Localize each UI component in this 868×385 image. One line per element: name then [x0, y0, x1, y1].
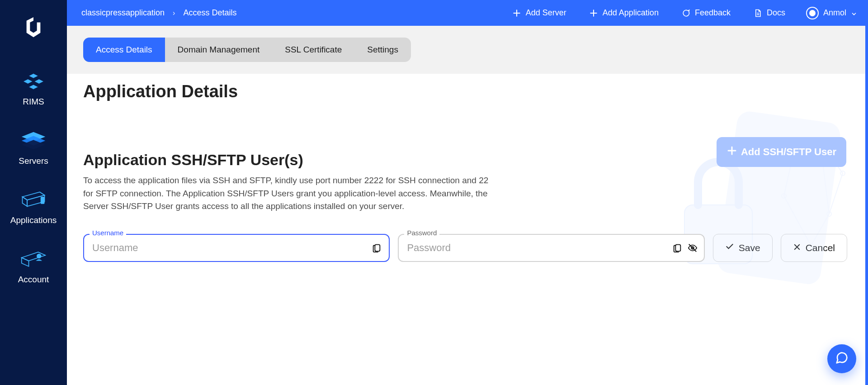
- add-application-label: Add Application: [603, 8, 659, 18]
- tab-settings[interactable]: Settings: [354, 38, 411, 62]
- plus-icon: [589, 9, 598, 18]
- add-server-label: Add Server: [526, 8, 566, 18]
- app-window-icon: [21, 191, 46, 209]
- avatar-icon: [806, 7, 819, 19]
- svg-point-19: [782, 194, 786, 198]
- docs-label: Docs: [767, 8, 785, 18]
- breadcrumb-root[interactable]: classicpressapplication: [81, 8, 165, 18]
- svg-marker-1: [23, 79, 33, 84]
- svg-marker-12: [22, 258, 29, 266]
- plus-icon: [512, 9, 521, 18]
- chat-bubble-icon: [835, 351, 849, 366]
- tab-label: Settings: [367, 45, 398, 54]
- add-ssh-user-button[interactable]: Add SSH/SFTP User: [717, 137, 846, 167]
- page: Application Details Add SSH/SFTP User Ap…: [67, 74, 865, 289]
- svg-marker-2: [34, 79, 44, 84]
- copy-icon[interactable]: [372, 243, 382, 253]
- tabs: Access Details Domain Management SSL Cer…: [83, 38, 411, 62]
- feedback-button[interactable]: Feedback: [672, 8, 740, 18]
- close-icon: [793, 242, 801, 253]
- svg-rect-10: [41, 197, 45, 204]
- content-scroll: Access Details Domain Management SSL Cer…: [67, 26, 868, 385]
- sidebar-item-label: Servers: [19, 156, 48, 166]
- sidebar-item-label: Applications: [10, 215, 57, 225]
- chevron-right-icon: ›: [173, 9, 175, 17]
- section-description: To access the application files via SSH …: [83, 174, 499, 213]
- add-ssh-user-label: Add SSH/SFTP User: [741, 146, 836, 158]
- sidebar: RIMS Servers Applications: [0, 0, 67, 385]
- topbar: classicpressapplication › Access Details…: [67, 0, 868, 26]
- username-field-wrap: Username: [83, 234, 390, 262]
- server-stack-icon: [21, 132, 46, 150]
- brand-logo[interactable]: [21, 11, 46, 45]
- tab-label: Access Details: [96, 45, 152, 54]
- tab-access-details[interactable]: Access Details: [83, 38, 165, 62]
- page-title: Application Details: [83, 82, 847, 101]
- support-chat-button[interactable]: [827, 344, 856, 373]
- tabs-row: Access Details Domain Management SSL Cer…: [67, 26, 865, 74]
- svg-rect-23: [675, 244, 680, 251]
- document-icon: [753, 9, 762, 18]
- breadcrumb-current: Access Details: [183, 8, 236, 18]
- cubes-icon: [21, 72, 46, 90]
- add-server-button[interactable]: Add Server: [503, 8, 576, 18]
- logo-icon: [23, 16, 44, 41]
- docs-button[interactable]: Docs: [744, 8, 794, 18]
- copy-icon[interactable]: [672, 243, 682, 253]
- ssh-user-form: Username Password: [83, 234, 847, 262]
- chevron-down-icon: [851, 10, 857, 16]
- main-area: classicpressapplication › Access Details…: [67, 0, 868, 385]
- save-label: Save: [739, 242, 760, 253]
- username-label: Username: [90, 229, 126, 237]
- sidebar-item-servers[interactable]: Servers: [19, 132, 48, 166]
- check-icon: [725, 242, 734, 253]
- username-input[interactable]: [83, 234, 390, 262]
- feedback-label: Feedback: [695, 8, 731, 18]
- eye-off-icon[interactable]: [688, 243, 698, 253]
- user-name: Anmol: [823, 8, 846, 18]
- svg-marker-0: [29, 74, 38, 79]
- account-card-icon: [21, 250, 46, 268]
- svg-marker-3: [29, 85, 38, 90]
- sidebar-item-label: Account: [18, 275, 49, 285]
- save-button[interactable]: Save: [713, 234, 773, 262]
- cancel-button[interactable]: Cancel: [781, 234, 847, 262]
- add-application-button[interactable]: Add Application: [580, 8, 668, 18]
- user-menu[interactable]: Anmol: [806, 7, 857, 19]
- sidebar-item-account[interactable]: Account: [18, 250, 49, 285]
- breadcrumb: classicpressapplication › Access Details: [81, 8, 236, 18]
- sidebar-item-label: RIMS: [23, 97, 44, 107]
- tab-domain-management[interactable]: Domain Management: [165, 38, 273, 62]
- sidebar-item-rims[interactable]: RIMS: [21, 72, 46, 107]
- svg-marker-8: [22, 197, 27, 206]
- cancel-label: Cancel: [806, 242, 835, 253]
- tab-label: Domain Management: [178, 45, 260, 54]
- plus-icon: [726, 145, 737, 159]
- svg-point-18: [840, 171, 845, 176]
- decorative-lock-illustration: [680, 101, 868, 295]
- sidebar-item-applications[interactable]: Applications: [10, 191, 57, 225]
- password-input[interactable]: [398, 234, 704, 262]
- tab-ssl-certificate[interactable]: SSL Certificate: [272, 38, 354, 62]
- password-label: Password: [404, 229, 439, 237]
- password-field-wrap: Password: [398, 234, 704, 262]
- chat-icon: [681, 9, 690, 18]
- tab-label: SSL Certificate: [285, 45, 342, 54]
- svg-point-20: [827, 212, 831, 216]
- svg-point-13: [37, 254, 42, 259]
- svg-rect-22: [375, 244, 380, 251]
